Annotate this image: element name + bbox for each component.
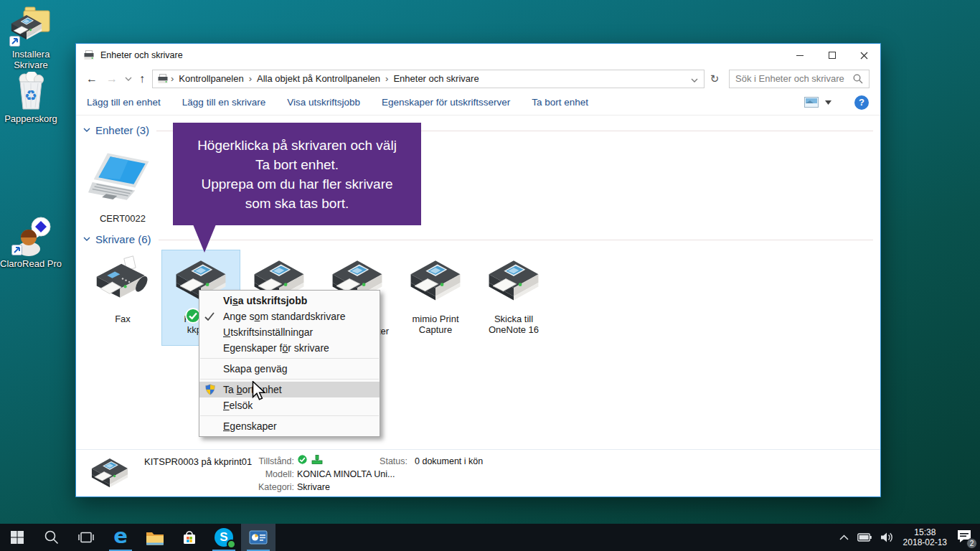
menu-item-skapa-genv-g[interactable]: Skapa genväg <box>199 361 380 377</box>
desktop-icon-installera-skrivare[interactable]: Installera Skrivare <box>0 6 62 70</box>
notification-badge: 2 <box>966 538 977 549</box>
skype-icon: S <box>215 528 233 547</box>
callout-line: Upprepa om du har fler skrivare <box>201 174 392 194</box>
recent-pages-chevron-icon[interactable] <box>125 77 132 81</box>
instruction-callout: Högerklicka på skrivaren och väljTa bort… <box>173 123 421 225</box>
printer-network-icon <box>311 455 323 465</box>
group-chevron-icon <box>83 237 90 241</box>
device-label: CERT0022 <box>100 213 146 224</box>
taskbar-control-panel-button[interactable] <box>241 524 275 551</box>
address-bar[interactable]: ›Kontrollpanelen›Alla objekt på Kontroll… <box>152 70 705 88</box>
forward-button[interactable]: → <box>102 73 122 85</box>
window-icon <box>83 50 95 61</box>
tray-chevron-up-icon[interactable] <box>839 534 849 540</box>
help-button[interactable]: ? <box>854 95 869 110</box>
search-icon[interactable] <box>853 74 863 84</box>
toolbar-item-egenskaper-f-r-utskriftsserver[interactable]: Egenskaper för utskriftsserver <box>382 97 510 108</box>
menu-item-label: Egenskaper för skrivare <box>223 342 329 354</box>
titlebar[interactable]: Enheter och skrivare <box>76 44 880 67</box>
windows-logo-icon <box>10 530 24 545</box>
close-button[interactable] <box>848 44 880 67</box>
printer-tile-mimio-print-capture[interactable]: mimio PrintCapture <box>397 250 474 345</box>
callout-tail <box>193 225 216 253</box>
printer-tile-fax[interactable]: Fax <box>84 250 161 345</box>
svg-text:♻: ♻ <box>24 87 37 104</box>
edge-icon: e <box>113 526 128 547</box>
refresh-button[interactable]: ↻ <box>706 70 723 88</box>
start-button[interactable] <box>0 524 34 551</box>
battery-icon[interactable] <box>857 533 872 542</box>
mouse-cursor <box>252 381 267 400</box>
back-button[interactable]: ← <box>82 73 102 85</box>
task-view-button[interactable] <box>69 524 103 551</box>
search-icon <box>44 529 60 545</box>
recycle-bin-icon: ♻ <box>11 72 50 112</box>
fax-icon <box>90 255 156 311</box>
shortcut-arrow-icon <box>12 245 22 255</box>
toolbar-item-l-gg-till-en-skrivare[interactable]: Lägg till en skrivare <box>182 97 265 108</box>
address-dropdown-icon[interactable] <box>691 78 698 83</box>
uac-shield-icon <box>204 384 216 395</box>
printer-tile-skicka-till-onenote-16[interactable]: Skicka tillOneNote 16 <box>475 250 552 345</box>
callout-line: Ta bort enhet. <box>255 155 339 174</box>
printer-icon <box>481 255 547 311</box>
printer-label: Skicka tillOneNote 16 <box>489 314 539 335</box>
view-options-icon[interactable] <box>804 97 819 108</box>
minimize-button[interactable] <box>783 44 816 67</box>
view-options-chevron-icon[interactable] <box>825 100 831 105</box>
close-icon <box>860 52 868 60</box>
toolbar-item-visa-utskriftsjobb[interactable]: Visa utskriftsjobb <box>287 97 360 108</box>
printer-icon <box>402 255 468 311</box>
file-explorer-icon <box>146 530 164 545</box>
taskbar: e S <box>0 524 980 551</box>
desktop-icon-label: Installera Skrivare <box>0 49 62 70</box>
detail-value-status: 0 dokument i kön <box>415 456 483 466</box>
taskbar-file-explorer-button[interactable] <box>138 524 172 551</box>
menu-item-egenskaper-f-r-skrivare[interactable]: Egenskaper för skrivare <box>199 340 380 356</box>
menu-item-ta-bort-enhet[interactable]: Ta bort enhet <box>199 382 380 397</box>
command-bar: Lägg till en enhetLägg till en skrivareV… <box>76 90 880 116</box>
up-button[interactable]: ↑ <box>135 73 149 85</box>
taskbar-search-button[interactable] <box>34 524 69 551</box>
tray-clock[interactable]: 15:38 2018-02-13 <box>903 527 947 547</box>
breadcrumb-segment-kontrollpanelen[interactable]: Kontrollpanelen <box>176 73 246 84</box>
devices-and-printers-window: Enheter och skrivare ← → ↑ ›Kontrollpane… <box>75 43 881 497</box>
details-pane: KITSPR0003 på kkprint01 Tillstånd: Model… <box>76 449 880 496</box>
callout-line: som ska tas bort. <box>245 194 349 213</box>
menu-item-label: Visa utskriftsjobb <box>223 295 307 306</box>
speaker-icon[interactable] <box>880 532 895 543</box>
desktop-icon-label: Papperskorg <box>0 113 62 124</box>
device-tile-cert0022[interactable]: CERT0022 <box>84 146 161 224</box>
taskbar-edge-button[interactable]: e <box>103 524 138 551</box>
taskbar-store-button[interactable] <box>172 524 207 551</box>
menu-item-icon-slot <box>204 384 223 395</box>
detail-label-model: Modell: <box>242 469 294 479</box>
search-input[interactable]: Sök i Enheter och skrivare <box>729 70 870 88</box>
toolbar-item-ta-bort-enhet[interactable]: Ta bort enhet <box>532 97 588 108</box>
menu-separator <box>200 379 379 380</box>
detail-label-category: Kategori: <box>242 482 294 492</box>
action-center-button[interactable]: 2 <box>956 528 974 547</box>
desktop-icon-papperskorg[interactable]: ♻ Papperskorg <box>0 72 62 124</box>
taskbar-skype-button[interactable]: S <box>207 524 241 551</box>
printer-ok-icon <box>297 454 308 465</box>
breadcrumb-segment-enheter-och-skrivare[interactable]: Enheter och skrivare <box>390 73 481 84</box>
breadcrumb-segment-alla-objekt-p-kontrollpanelen[interactable]: Alla objekt på Kontrollpanelen <box>254 73 383 84</box>
search-placeholder: Sök i Enheter och skrivare <box>730 73 853 84</box>
toolbar-item-l-gg-till-en-enhet[interactable]: Lägg till en enhet <box>87 97 161 108</box>
breadcrumb-separator: › <box>169 73 176 84</box>
printer-label: mimio PrintCapture <box>412 314 458 335</box>
menu-item-utskriftsinst-llningar[interactable]: Utskriftsinställningar <box>199 324 380 340</box>
desktop-icon-claroread-pro[interactable]: ClaroRead Pro <box>0 215 62 269</box>
menu-item-fels-k[interactable]: Felsök <box>199 397 380 413</box>
maximize-button[interactable] <box>816 44 848 67</box>
window-title: Enheter och skrivare <box>100 50 183 60</box>
menu-item-visa-utskriftsjobb[interactable]: Visa utskriftsjobb <box>199 293 380 309</box>
claroread-icon <box>10 215 52 257</box>
printer-state-icons <box>297 454 323 465</box>
menu-item-egenskaper[interactable]: Egenskaper <box>199 418 380 434</box>
selected-printer-icon <box>86 454 133 495</box>
breadcrumb-separator: › <box>383 73 390 84</box>
menu-item-ange-som-standardskrivare[interactable]: Ange som standardskrivare <box>199 309 380 324</box>
menu-item-label: Felsök <box>223 400 253 411</box>
